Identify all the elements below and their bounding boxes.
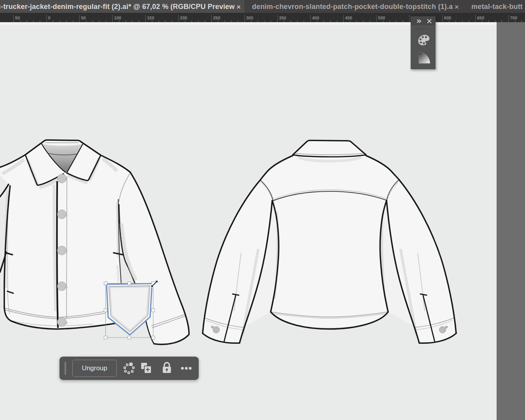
svg-text:50: 50 (81, 16, 86, 20)
svg-text:300: 300 (246, 16, 253, 20)
svg-text:400: 400 (312, 16, 319, 20)
svg-text:0: 0 (48, 16, 51, 20)
svg-text:350: 350 (279, 16, 286, 20)
svg-text:450: 450 (345, 16, 352, 20)
svg-text:600: 600 (444, 16, 451, 20)
svg-text:200: 200 (180, 16, 187, 20)
svg-text:100: 100 (114, 16, 121, 20)
svg-text:150: 150 (147, 16, 154, 20)
svg-text:650: 650 (477, 16, 484, 20)
svg-text:50: 50 (15, 16, 20, 20)
svg-text:700: 700 (510, 16, 517, 20)
svg-text:250: 250 (213, 16, 220, 20)
svg-text:500: 500 (378, 16, 385, 20)
